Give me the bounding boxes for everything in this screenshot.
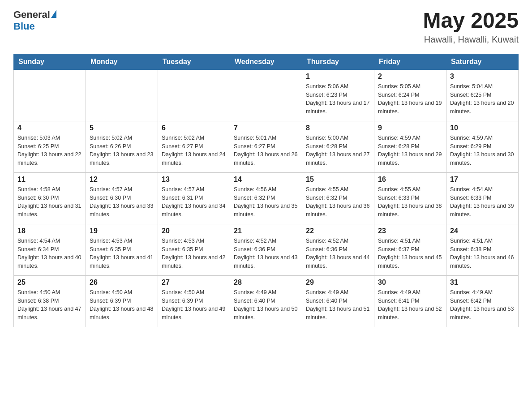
- calendar-cell: 23Sunrise: 4:51 AMSunset: 6:37 PMDayligh…: [374, 224, 446, 275]
- calendar-cell: 28Sunrise: 4:49 AMSunset: 6:40 PMDayligh…: [230, 275, 302, 327]
- day-info: Sunrise: 4:51 AMSunset: 6:38 PMDaylight:…: [450, 238, 514, 269]
- day-number: 10: [450, 124, 515, 132]
- logo: General Blue: [13, 9, 56, 32]
- day-number: 1: [306, 73, 370, 81]
- day-number: 9: [378, 124, 442, 132]
- calendar-cell: 24Sunrise: 4:51 AMSunset: 6:38 PMDayligh…: [446, 224, 519, 275]
- day-info: Sunrise: 5:06 AMSunset: 6:23 PMDaylight:…: [306, 83, 369, 115]
- day-info: Sunrise: 5:05 AMSunset: 6:24 PMDaylight:…: [378, 83, 442, 115]
- day-info: Sunrise: 5:02 AMSunset: 6:26 PMDaylight:…: [90, 135, 153, 166]
- day-number: 16: [378, 176, 442, 184]
- calendar-table: SundayMondayTuesdayWednesdayThursdayFrid…: [13, 54, 519, 327]
- calendar-cell: 6Sunrise: 5:02 AMSunset: 6:27 PMDaylight…: [158, 121, 230, 172]
- day-number: 24: [450, 227, 515, 235]
- calendar-cell: 10Sunrise: 4:59 AMSunset: 6:29 PMDayligh…: [446, 121, 519, 172]
- calendar-cell: 14Sunrise: 4:56 AMSunset: 6:32 PMDayligh…: [230, 172, 302, 224]
- day-info: Sunrise: 4:49 AMSunset: 6:42 PMDaylight:…: [450, 289, 514, 321]
- calendar-cell: 22Sunrise: 4:52 AMSunset: 6:36 PMDayligh…: [302, 224, 374, 275]
- day-number: 19: [90, 227, 154, 235]
- day-number: 18: [17, 227, 82, 235]
- calendar-cell: 25Sunrise: 4:50 AMSunset: 6:38 PMDayligh…: [14, 275, 86, 327]
- weekday-header-saturday: Saturday: [446, 54, 519, 69]
- calendar-cell: 20Sunrise: 4:53 AMSunset: 6:35 PMDayligh…: [158, 224, 230, 275]
- weekday-header-thursday: Thursday: [302, 54, 374, 69]
- day-info: Sunrise: 4:55 AMSunset: 6:32 PMDaylight:…: [306, 186, 369, 218]
- calendar-cell: 7Sunrise: 5:01 AMSunset: 6:27 PMDaylight…: [230, 121, 302, 172]
- day-number: 8: [306, 124, 370, 132]
- calendar-cell: 2Sunrise: 5:05 AMSunset: 6:24 PMDaylight…: [374, 69, 446, 121]
- day-info: Sunrise: 4:57 AMSunset: 6:30 PMDaylight:…: [90, 186, 153, 218]
- day-number: 20: [162, 227, 226, 235]
- location-subtitle: Hawalli, Hawalli, Kuwait: [423, 34, 519, 45]
- day-info: Sunrise: 4:50 AMSunset: 6:38 PMDaylight:…: [17, 289, 81, 321]
- calendar-cell: 3Sunrise: 5:04 AMSunset: 6:25 PMDaylight…: [446, 69, 519, 121]
- day-number: 30: [378, 278, 442, 287]
- weekday-header-sunday: Sunday: [14, 54, 86, 69]
- calendar-cell: 27Sunrise: 4:50 AMSunset: 6:39 PMDayligh…: [158, 275, 230, 327]
- calendar-cell: 26Sunrise: 4:50 AMSunset: 6:39 PMDayligh…: [86, 275, 158, 327]
- day-info: Sunrise: 5:03 AMSunset: 6:25 PMDaylight:…: [17, 135, 81, 166]
- day-number: 12: [90, 176, 154, 184]
- day-info: Sunrise: 4:53 AMSunset: 6:35 PMDaylight:…: [90, 238, 153, 269]
- day-number: 13: [162, 176, 226, 184]
- day-info: Sunrise: 4:52 AMSunset: 6:36 PMDaylight:…: [234, 238, 297, 269]
- day-number: 3: [450, 73, 515, 81]
- day-number: 6: [162, 124, 226, 132]
- day-info: Sunrise: 5:04 AMSunset: 6:25 PMDaylight:…: [450, 83, 514, 115]
- day-info: Sunrise: 5:02 AMSunset: 6:27 PMDaylight:…: [162, 135, 225, 166]
- day-number: 21: [234, 227, 298, 235]
- logo-triangle-icon: [51, 10, 56, 18]
- calendar-cell: 11Sunrise: 4:58 AMSunset: 6:30 PMDayligh…: [14, 172, 86, 224]
- calendar-cell: 21Sunrise: 4:52 AMSunset: 6:36 PMDayligh…: [230, 224, 302, 275]
- calendar-cell: 29Sunrise: 4:49 AMSunset: 6:40 PMDayligh…: [302, 275, 374, 327]
- page-header: General Blue May 2025 Hawalli, Hawalli, …: [13, 9, 519, 45]
- calendar-cell: 18Sunrise: 4:54 AMSunset: 6:34 PMDayligh…: [14, 224, 86, 275]
- day-number: 17: [450, 176, 515, 184]
- calendar-cell: 5Sunrise: 5:02 AMSunset: 6:26 PMDaylight…: [86, 121, 158, 172]
- month-year-title: May 2025: [423, 9, 519, 33]
- day-info: Sunrise: 4:54 AMSunset: 6:34 PMDaylight:…: [17, 238, 81, 269]
- day-number: 31: [450, 278, 515, 287]
- day-info: Sunrise: 4:59 AMSunset: 6:28 PMDaylight:…: [378, 135, 442, 166]
- day-info: Sunrise: 4:49 AMSunset: 6:40 PMDaylight:…: [306, 289, 369, 321]
- calendar-cell: 19Sunrise: 4:53 AMSunset: 6:35 PMDayligh…: [86, 224, 158, 275]
- calendar-cell: 16Sunrise: 4:55 AMSunset: 6:33 PMDayligh…: [374, 172, 446, 224]
- week-row-5: 25Sunrise: 4:50 AMSunset: 6:38 PMDayligh…: [14, 275, 519, 327]
- day-number: 22: [306, 227, 370, 235]
- calendar-cell: [14, 69, 86, 121]
- weekday-header-tuesday: Tuesday: [158, 54, 230, 69]
- calendar-cell: 13Sunrise: 4:57 AMSunset: 6:31 PMDayligh…: [158, 172, 230, 224]
- day-number: 26: [90, 278, 154, 287]
- day-number: 4: [17, 124, 82, 132]
- calendar-cell: 17Sunrise: 4:54 AMSunset: 6:33 PMDayligh…: [446, 172, 519, 224]
- day-number: 7: [234, 124, 298, 132]
- calendar-cell: [158, 69, 230, 121]
- day-info: Sunrise: 4:57 AMSunset: 6:31 PMDaylight:…: [162, 186, 225, 218]
- day-info: Sunrise: 4:53 AMSunset: 6:35 PMDaylight:…: [162, 238, 225, 269]
- day-info: Sunrise: 4:50 AMSunset: 6:39 PMDaylight:…: [90, 289, 153, 321]
- day-info: Sunrise: 4:51 AMSunset: 6:37 PMDaylight:…: [378, 238, 442, 269]
- day-number: 11: [17, 176, 82, 184]
- day-info: Sunrise: 4:49 AMSunset: 6:41 PMDaylight:…: [378, 289, 442, 321]
- calendar-cell: 4Sunrise: 5:03 AMSunset: 6:25 PMDaylight…: [14, 121, 86, 172]
- week-row-1: 1Sunrise: 5:06 AMSunset: 6:23 PMDaylight…: [14, 69, 519, 121]
- day-info: Sunrise: 4:56 AMSunset: 6:32 PMDaylight:…: [234, 186, 297, 218]
- day-info: Sunrise: 5:00 AMSunset: 6:28 PMDaylight:…: [306, 135, 369, 166]
- week-row-4: 18Sunrise: 4:54 AMSunset: 6:34 PMDayligh…: [14, 224, 519, 275]
- calendar-cell: 15Sunrise: 4:55 AMSunset: 6:32 PMDayligh…: [302, 172, 374, 224]
- day-info: Sunrise: 5:01 AMSunset: 6:27 PMDaylight:…: [234, 135, 297, 166]
- day-number: 27: [162, 278, 226, 287]
- day-info: Sunrise: 4:49 AMSunset: 6:40 PMDaylight:…: [234, 289, 297, 321]
- weekday-header-monday: Monday: [86, 54, 158, 69]
- day-info: Sunrise: 4:59 AMSunset: 6:29 PMDaylight:…: [450, 135, 514, 166]
- calendar-cell: 1Sunrise: 5:06 AMSunset: 6:23 PMDaylight…: [302, 69, 374, 121]
- day-info: Sunrise: 4:58 AMSunset: 6:30 PMDaylight:…: [17, 186, 81, 218]
- weekday-header-friday: Friday: [374, 54, 446, 69]
- calendar-cell: 9Sunrise: 4:59 AMSunset: 6:28 PMDaylight…: [374, 121, 446, 172]
- calendar-cell: 30Sunrise: 4:49 AMSunset: 6:41 PMDayligh…: [374, 275, 446, 327]
- weekday-header-wednesday: Wednesday: [230, 54, 302, 69]
- calendar-cell: [230, 69, 302, 121]
- day-number: 23: [378, 227, 442, 235]
- day-info: Sunrise: 4:55 AMSunset: 6:33 PMDaylight:…: [378, 186, 442, 218]
- day-number: 2: [378, 73, 442, 81]
